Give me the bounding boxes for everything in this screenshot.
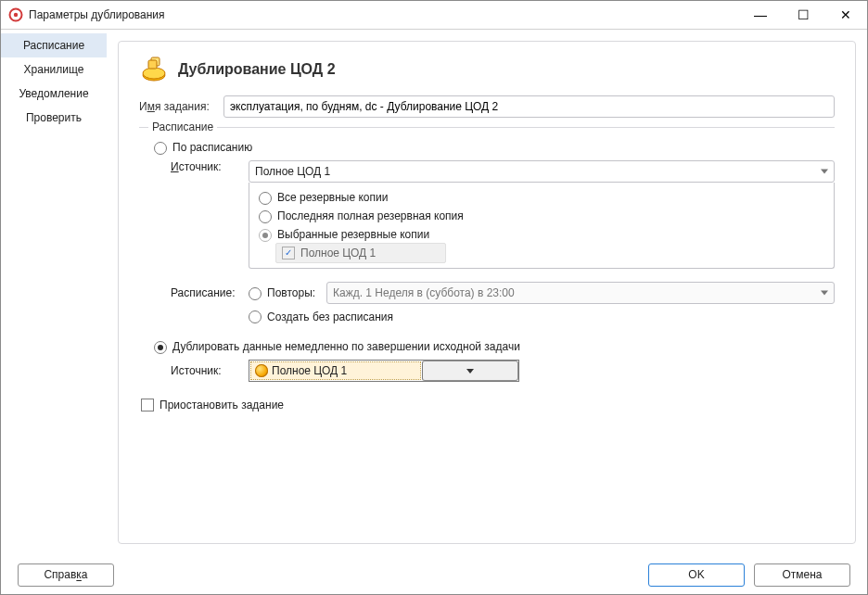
schedule-fieldset: Расписание По расписанию Источник: (139, 127, 835, 382)
sidebar: Расписание Хранилище Уведомление Провери… (1, 30, 107, 555)
selected-backup-checkbox[interactable] (282, 247, 295, 260)
radio-selected-backups[interactable] (259, 229, 272, 242)
jobname-input[interactable] (223, 95, 835, 118)
repeats-value: Кажд. 1 Неделя в (суббота) в 23:00 (333, 283, 515, 303)
sidebar-item-label: Расписание (23, 39, 84, 52)
schedule-label-row: Расписание: Повторы: Кажд. 1 Неделя в (с… (171, 282, 835, 304)
cancel-label: Отмена (782, 568, 822, 581)
sidebar-item-verify[interactable]: Проверить (1, 106, 107, 130)
suspend-row[interactable]: Приостановить задание (141, 399, 835, 411)
suspend-label: Приостановить задание (160, 399, 284, 411)
immediate-source-label: Источник: (171, 364, 243, 377)
footer: Справка OK Отмена (1, 555, 867, 594)
settings-panel: Дублирование ЦОД 2 Имя задания: Расписан… (118, 41, 856, 544)
no-schedule-label: Создать без расписания (267, 310, 393, 323)
radio-by-schedule-label: По расписанию (172, 141, 252, 154)
immediate-source-combo[interactable]: Полное ЦОД 1 (249, 360, 519, 382)
radio-no-schedule[interactable] (249, 310, 262, 323)
jobname-label: Имя задания: (139, 100, 218, 113)
duplicate-icon (139, 55, 169, 84)
combo-dropdown-button[interactable] (422, 361, 518, 381)
jobname-row: Имя задания: (139, 95, 835, 118)
titlebar: Параметры дублирования — ☐ ✕ (1, 1, 867, 30)
source-select[interactable]: Полное ЦОД 1 (249, 160, 835, 183)
source-option-label: Все резервные копии (277, 191, 388, 204)
chevron-down-icon (821, 170, 828, 174)
no-schedule-row: Создать без расписания (171, 310, 835, 323)
radio-by-schedule[interactable] (154, 142, 167, 155)
sidebar-item-schedule[interactable]: Расписание (1, 33, 107, 57)
fieldset-legend: Расписание (148, 120, 217, 133)
dialog-window: Параметры дублирования — ☐ ✕ Расписание … (0, 0, 868, 595)
selected-backup-item[interactable]: Полное ЦОД 1 (275, 243, 446, 263)
panel-title: Дублирование ЦОД 2 (178, 61, 336, 78)
maximize-button[interactable]: ☐ (782, 1, 824, 29)
maximize-icon: ☐ (798, 7, 810, 22)
source-option-all[interactable]: Все резервные копии (259, 188, 824, 207)
selected-backup-label: Полное ЦОД 1 (300, 247, 376, 260)
sidebar-item-label: Хранилище (24, 63, 84, 76)
radio-repeats[interactable] (249, 287, 262, 300)
svg-rect-5 (148, 60, 157, 69)
cancel-button[interactable]: Отмена (754, 563, 850, 587)
main-area: Расписание Хранилище Уведомление Провери… (1, 30, 867, 555)
minimize-icon: — (754, 7, 767, 22)
panel-header: Дублирование ЦОД 2 (139, 55, 835, 84)
source-option-label: Последняя полная резервная копия (277, 209, 464, 222)
schedule-label: Расписание: (171, 286, 243, 299)
sidebar-item-storage[interactable]: Хранилище (1, 57, 107, 82)
option-immediate[interactable]: Дублировать данные немедленно по заверше… (154, 340, 835, 354)
help-button[interactable]: Справка (18, 563, 114, 587)
minimize-button[interactable]: — (739, 1, 782, 29)
radio-immediate-label: Дублировать данные немедленно по заверше… (172, 340, 520, 353)
immediate-source-value-wrap: Полное ЦОД 1 (250, 361, 421, 380)
client-area: Расписание Хранилище Уведомление Провери… (1, 30, 867, 594)
svg-point-3 (143, 68, 165, 79)
sidebar-item-notify[interactable]: Уведомление (1, 82, 107, 106)
sidebar-item-label: Уведомление (19, 87, 88, 100)
source-row: Источник: Полное ЦОД 1 (171, 160, 835, 269)
option-by-schedule[interactable]: По расписанию (154, 141, 835, 155)
radio-all-backups[interactable] (259, 192, 272, 205)
source-select-value: Полное ЦОД 1 (255, 161, 330, 182)
source-selected-item-row: Полное ЦОД 1 (275, 244, 824, 262)
source-label: Источник: (171, 160, 243, 173)
panel-wrap: Дублирование ЦОД 2 Имя задания: Расписан… (107, 30, 867, 555)
source-options-list: Все резервные копии Последняя полная рез… (249, 183, 835, 269)
repeats-select[interactable]: Кажд. 1 Неделя в (суббота) в 23:00 (326, 282, 835, 304)
chevron-down-icon (821, 291, 828, 296)
ok-label: OK (688, 568, 704, 581)
source-option-label: Выбранные резервные копии (277, 228, 429, 241)
svg-point-1 (14, 13, 18, 17)
sidebar-item-label: Проверить (26, 111, 82, 124)
ok-button[interactable]: OK (648, 563, 745, 587)
source-option-selected[interactable]: Выбранные резервные копии (259, 225, 824, 244)
close-button[interactable]: ✕ (824, 1, 867, 29)
radio-last-full[interactable] (259, 210, 272, 223)
job-icon (255, 364, 268, 377)
immediate-source-row: Источник: Полное ЦОД 1 (171, 360, 835, 382)
suspend-checkbox[interactable] (141, 399, 154, 411)
window-title: Параметры дублирования (29, 8, 739, 21)
immediate-source-value: Полное ЦОД 1 (272, 364, 347, 377)
radio-immediate[interactable] (154, 341, 167, 354)
app-icon (8, 7, 23, 22)
close-icon: ✕ (840, 7, 851, 22)
chevron-down-icon (466, 369, 474, 373)
source-option-lastfull[interactable]: Последняя полная резервная копия (259, 207, 824, 225)
repeats-label: Повторы: (267, 286, 321, 299)
